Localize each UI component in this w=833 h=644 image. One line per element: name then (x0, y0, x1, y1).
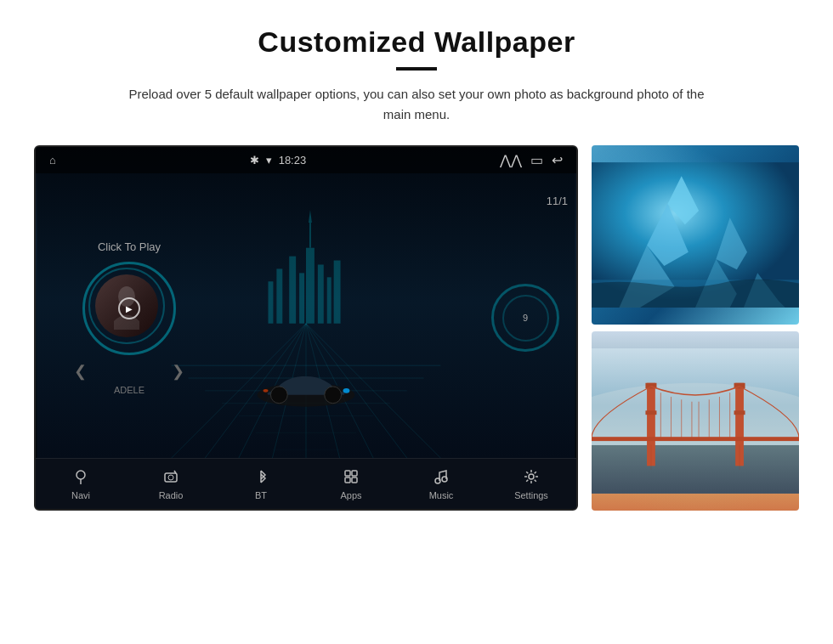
music-icon (433, 468, 450, 488)
status-center: ✱ ▾ 18:23 (250, 154, 307, 167)
gauge-value: 9 (523, 313, 528, 323)
nav-item-radio[interactable]: Radio (126, 468, 216, 500)
nav-arrows: ❮ ❯ (74, 362, 184, 381)
play-button[interactable]: ▶ (118, 297, 140, 319)
ice-wallpaper (592, 145, 799, 325)
page-container: Customized Wallpaper Preload over 5 defa… (0, 0, 833, 644)
svg-point-44 (529, 474, 534, 479)
music-player: Click To Play ▶ (36, 178, 223, 458)
gauge-area: 11/1 9 (474, 178, 576, 458)
nav-item-apps[interactable]: Apps (306, 468, 396, 500)
time-display: 18:23 (279, 154, 307, 167)
radio-label: Radio (159, 490, 184, 500)
gauge-ring: 9 (491, 284, 559, 352)
page-description: Preload over 5 default wallpaper options… (119, 84, 714, 125)
expand-icon: ⋀⋀ (500, 152, 522, 168)
bridge-svg (592, 331, 799, 511)
click-to-play-label: Click To Play (98, 240, 161, 253)
settings-icon (523, 468, 540, 488)
navi-icon (72, 468, 89, 488)
svg-rect-1 (289, 257, 296, 324)
nav-item-bt[interactable]: BT (216, 468, 306, 500)
bridge-wallpaper (592, 331, 799, 511)
svg-rect-3 (306, 248, 314, 324)
radio-icon (162, 468, 179, 488)
nav-item-navi[interactable]: Navi (36, 468, 126, 500)
svg-rect-5 (327, 277, 332, 323)
svg-rect-4 (318, 264, 324, 323)
svg-rect-7 (276, 268, 282, 323)
artist-name: ADELE (114, 385, 144, 395)
album-ring: ▶ (82, 262, 176, 355)
car-screen: ⌂ ✱ ▾ 18:23 ⋀⋀ ▭ ↩ (34, 145, 578, 511)
nav-item-music[interactable]: Music (396, 468, 486, 500)
settings-label: Settings (514, 490, 548, 500)
svg-rect-55 (592, 445, 799, 494)
bluetooth-icon: ✱ (250, 154, 259, 167)
svg-rect-40 (345, 477, 350, 483)
wallpaper-thumb-bridge[interactable] (592, 331, 799, 511)
wallpaper-thumb-ice[interactable] (592, 145, 799, 325)
status-bar: ⌂ ✱ ▾ 18:23 ⋀⋀ ▭ ↩ (36, 147, 576, 173)
next-arrow[interactable]: ❯ (172, 362, 184, 381)
svg-rect-8 (268, 281, 273, 323)
svg-rect-70 (592, 437, 799, 441)
svg-rect-58 (645, 410, 656, 415)
back-icon: ↩ (552, 152, 563, 168)
svg-point-33 (76, 471, 85, 479)
window-icon: ▭ (530, 152, 543, 168)
svg-rect-9 (309, 223, 311, 248)
gauge-inner: 9 (502, 295, 549, 342)
title-divider (396, 67, 437, 71)
navi-label: Navi (71, 490, 90, 500)
svg-rect-38 (345, 471, 350, 476)
bt-label: BT (255, 490, 267, 500)
wifi-icon: ▾ (266, 154, 272, 167)
ice-svg (592, 145, 799, 325)
svg-point-36 (168, 475, 173, 480)
svg-point-31 (264, 389, 269, 393)
svg-rect-2 (299, 273, 304, 323)
svg-rect-39 (352, 471, 357, 476)
page-title: Customized Wallpaper (258, 25, 575, 59)
music-label: Music (429, 490, 454, 500)
svg-point-29 (325, 387, 342, 404)
svg-rect-41 (352, 477, 357, 483)
svg-rect-6 (334, 261, 341, 324)
wallpaper-previews (592, 145, 799, 511)
apps-label: Apps (340, 490, 361, 500)
nav-bar: Navi Radio BT (36, 458, 576, 509)
prev-arrow[interactable]: ❮ (74, 362, 87, 381)
status-right: ⋀⋀ ▭ ↩ (500, 152, 563, 168)
bt-icon (252, 468, 269, 488)
nav-item-settings[interactable]: Settings (486, 468, 576, 500)
svg-point-28 (270, 387, 287, 404)
apps-icon (343, 468, 360, 488)
content-area: ⌂ ✱ ▾ 18:23 ⋀⋀ ▭ ↩ (34, 145, 799, 511)
svg-point-30 (343, 388, 350, 393)
svg-rect-61 (734, 410, 745, 415)
date-display: 11/1 (547, 195, 568, 207)
home-icon: ⌂ (49, 154, 56, 167)
